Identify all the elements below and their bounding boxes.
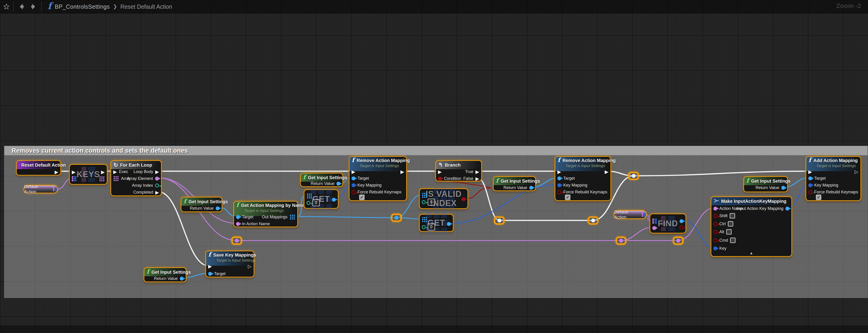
map-pin-icon[interactable] [53, 187, 57, 191]
bool-pin-icon[interactable] [713, 214, 717, 218]
node-default-action-var-1[interactable]: Default Action [24, 185, 58, 193]
checkbox-unchecked[interactable] [730, 238, 736, 243]
breadcrumb-function[interactable]: Reset Default Action [120, 3, 172, 10]
bool-pin-icon[interactable] [438, 177, 442, 181]
reroute-knot-6[interactable] [673, 236, 684, 245]
pin-array-index[interactable]: Array Index [132, 182, 159, 188]
pin-exec[interactable]: ▶ [605, 169, 609, 175]
pin-aobj[interactable] [422, 216, 428, 222]
obj-pin-icon[interactable] [332, 198, 336, 202]
node-keys[interactable]: KEYS▶▶ [69, 164, 107, 185]
exec-pin-icon[interactable]: ▶ [351, 169, 355, 174]
name-pin-icon[interactable] [236, 222, 240, 226]
node-get-1[interactable]: GET0 [304, 189, 339, 209]
pin-condition[interactable]: Condition [438, 176, 461, 181]
pin-cmd[interactable]: Cmd [713, 237, 736, 243]
exec-pin-icon[interactable]: ▶ [208, 264, 212, 269]
pin-exec[interactable]: ▶ [351, 169, 355, 175]
bool-pin-icon[interactable] [557, 190, 561, 194]
exec-pin-icon[interactable]: ▶ [101, 170, 105, 174]
node-get-input-settings-3[interactable]: fGet Input SettingsReturn Value [493, 176, 536, 191]
node-get-action-mapping-by-name[interactable]: fGet Action Mapping by NameTarget is Inp… [233, 201, 298, 227]
pin-array-element[interactable]: Array Element [127, 176, 159, 181]
obj-pin-icon[interactable] [208, 272, 212, 276]
pin-int[interactable]: 0 [422, 199, 435, 205]
pin-target[interactable]: Target [351, 175, 369, 181]
pin-obj[interactable] [332, 196, 336, 203]
pin-obj[interactable] [447, 221, 451, 227]
node-get-input-settings-2[interactable]: fGet Input SettingsReturn Value [300, 173, 343, 187]
pin-exec[interactable]: ▶ [401, 169, 404, 175]
node-remove-action-mapping-2[interactable]: fRemove Action MappingTarget is Input Se… [555, 156, 611, 201]
obj-pin-icon[interactable] [216, 206, 220, 210]
exec-pin-icon[interactable]: ▶ [438, 169, 442, 174]
pin-exec[interactable]: ▶ [438, 169, 442, 175]
bool-pin-icon[interactable] [462, 197, 465, 201]
pin-key-mapping[interactable]: Key Mapping [557, 182, 587, 188]
pin-ctrl[interactable]: Ctrl [713, 221, 733, 227]
reroute-knot-3[interactable] [494, 216, 505, 225]
exec-pin-icon[interactable]: ▶ [475, 169, 479, 174]
bool-pin-icon[interactable] [713, 230, 717, 234]
exec-pin-icon[interactable]: ▶ [155, 190, 159, 195]
pin-aobj[interactable] [422, 192, 428, 198]
obj-pin-icon[interactable] [785, 207, 789, 211]
pin-exec[interactable]: ▶ [808, 169, 812, 175]
breadcrumb-blueprint[interactable]: BP_ControlsSettings [55, 3, 110, 10]
pin-name[interactable] [652, 225, 656, 231]
collapse-arrow-icon[interactable]: ▲ [749, 251, 753, 255]
reroute-knot-5[interactable] [616, 236, 626, 245]
pin-map[interactable] [72, 176, 76, 182]
pin-alt[interactable]: Alt [713, 229, 732, 235]
node-remove-action-mapping-1[interactable]: fRemove Action MappingTarget is Input Se… [349, 156, 407, 201]
checkbox-checked[interactable]: ✓ [816, 194, 822, 200]
exec-pin-icon[interactable]: ▷ [248, 264, 252, 269]
bool-pin-icon[interactable] [808, 190, 812, 194]
pin-in-action-name[interactable]: In Action Name [236, 221, 270, 227]
pin-input-action-key-mapping[interactable]: Input Action Key Mapping [737, 206, 789, 211]
pin-target[interactable]: Target [557, 175, 575, 181]
pin-exec[interactable]: ▷ [248, 263, 252, 269]
pin-return-value[interactable]: Return Value [503, 185, 533, 191]
pin-completed[interactable]: ▶Completed [133, 189, 159, 195]
obj-pin-icon[interactable] [351, 177, 355, 180]
pin-shift[interactable]: Shift [713, 213, 735, 219]
reroute-knot-4[interactable] [588, 216, 598, 225]
pin-force-rebuild-keymaps[interactable]: Force Rebuild Keymaps [808, 189, 858, 195]
back-arrow-icon[interactable] [18, 3, 26, 10]
struct-pin-icon[interactable] [351, 183, 355, 187]
exec-pin-icon[interactable]: ▷ [855, 169, 858, 174]
pin-key[interactable]: Key [713, 245, 726, 251]
pin-exec[interactable]: ▶ [55, 169, 58, 175]
exec-pin-icon[interactable]: ▶ [72, 170, 75, 174]
name-pin-icon[interactable] [713, 207, 717, 211]
pin-aobj[interactable] [307, 193, 312, 199]
obj-pin-icon[interactable] [447, 222, 451, 226]
pin-bool[interactable] [680, 224, 683, 230]
pin-key-mapping[interactable]: Key Mapping [808, 182, 838, 188]
name-pin-icon[interactable] [652, 226, 656, 230]
int-pin-icon[interactable] [307, 201, 310, 205]
node-get-input-settings-4[interactable]: fGet Input SettingsReturn Value [743, 176, 788, 192]
struct-pin-icon[interactable] [713, 246, 717, 250]
pin-out-mappings[interactable]: Out Mappings [262, 214, 295, 220]
pin-exec[interactable]: ▶ [101, 169, 105, 175]
obj-pin-icon[interactable] [680, 219, 683, 223]
pin-target[interactable]: Target [808, 175, 826, 181]
pin-exec[interactable]: ▷ [855, 169, 858, 175]
node-reset-default-action-event[interactable]: Reset Default Action▶ [16, 160, 61, 176]
favorite-star-icon[interactable]: ☆ [3, 2, 10, 11]
pin-exec[interactable]: ▶ [208, 263, 212, 269]
exec-pin-icon[interactable]: ▶ [808, 169, 812, 174]
exec-pin-icon[interactable]: ▶ [475, 176, 479, 181]
pin-exec[interactable]: ▶ [72, 169, 75, 175]
pin-target[interactable]: Target [208, 271, 225, 277]
forward-arrow-icon[interactable] [29, 3, 37, 10]
node-get-input-settings-1[interactable]: fGet Input SettingsReturn Value [181, 197, 222, 212]
pin-target[interactable]: Target [236, 214, 253, 220]
node-get-input-settings-5[interactable]: fGet Input SettingsReturn Value [144, 267, 186, 282]
pin-exec[interactable]: ▶Exec [113, 169, 128, 175]
pin-true[interactable]: ▶True [465, 169, 479, 175]
struct-pin-icon[interactable] [557, 183, 561, 187]
node-get-2[interactable]: GET0 [419, 214, 454, 232]
